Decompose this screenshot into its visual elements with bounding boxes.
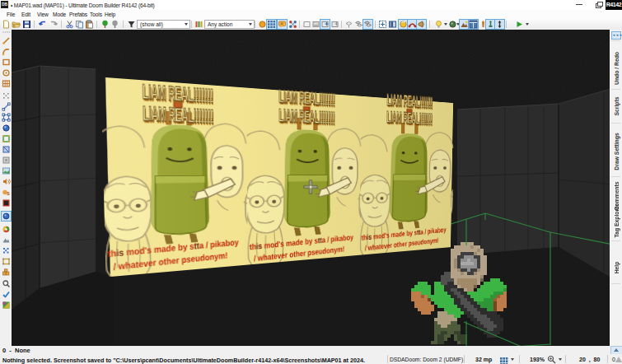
svg-text:s: s (7, 190, 10, 196)
